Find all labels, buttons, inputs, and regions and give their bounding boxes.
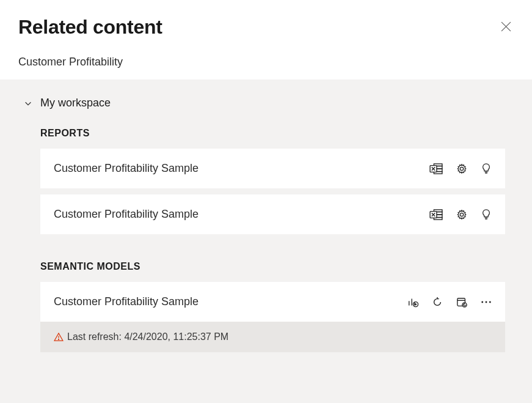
- panel-subtitle: Customer Profitability: [18, 56, 514, 68]
- content-area: My workspace REPORTS Customer Profitabil…: [0, 79, 532, 403]
- svg-point-33: [489, 301, 491, 303]
- svg-point-36: [58, 339, 59, 339]
- analyze-in-excel-button[interactable]: [429, 163, 443, 174]
- insights-button[interactable]: [481, 209, 492, 220]
- svg-point-32: [486, 301, 487, 303]
- report-item[interactable]: Customer Profitability Sample: [40, 149, 505, 188]
- ellipsis-icon: [481, 297, 492, 308]
- reports-section: REPORTS Customer Profitability Sample: [18, 128, 520, 234]
- svg-point-9: [460, 167, 463, 170]
- report-item-name: Customer Profitability Sample: [54, 208, 199, 221]
- report-item-name: Customer Profitability Sample: [54, 162, 199, 175]
- settings-button[interactable]: [456, 209, 467, 220]
- calendar-refresh-icon: [456, 297, 467, 308]
- close-icon: [501, 21, 511, 32]
- settings-button[interactable]: [456, 163, 467, 174]
- lightbulb-icon: [481, 209, 492, 220]
- reports-items: Customer Profitability Sample: [18, 149, 520, 234]
- panel-header: Related content Customer Profitability: [0, 0, 532, 79]
- refresh-icon: [432, 297, 443, 308]
- svg-point-19: [460, 213, 463, 216]
- chevron-down-icon: [23, 98, 33, 108]
- gear-icon: [456, 209, 467, 220]
- schedule-refresh-button[interactable]: [456, 297, 467, 308]
- workspace-label: My workspace: [40, 97, 111, 109]
- semantic-models-heading: SEMANTIC MODELS: [18, 261, 520, 272]
- semantic-model-item-actions: [407, 297, 492, 308]
- report-item[interactable]: Customer Profitability Sample: [40, 194, 505, 234]
- last-refresh-row: Last refresh: 4/24/2020, 11:25:37 PM: [40, 322, 505, 352]
- report-item-actions: [429, 163, 492, 174]
- close-button[interactable]: [498, 18, 514, 34]
- semantic-models-items: Customer Profitability Sample: [18, 282, 520, 352]
- gear-icon: [456, 163, 467, 174]
- last-refresh-text: Last refresh: 4/24/2020, 11:25:37 PM: [67, 331, 228, 342]
- semantic-models-section: SEMANTIC MODELS Customer Profitability S…: [18, 261, 520, 352]
- warning-icon: [54, 333, 64, 341]
- lightbulb-icon: [481, 163, 492, 174]
- reports-heading: REPORTS: [18, 128, 520, 139]
- workspace-toggle[interactable]: My workspace: [18, 97, 520, 109]
- svg-point-31: [481, 301, 483, 303]
- panel-title: Related content: [18, 16, 514, 39]
- create-report-button[interactable]: [407, 297, 418, 308]
- insights-button[interactable]: [481, 163, 492, 174]
- semantic-model-item-name: Customer Profitability Sample: [54, 295, 199, 308]
- semantic-model-item[interactable]: Customer Profitability Sample: [40, 282, 505, 322]
- related-content-panel: Related content Customer Profitability M…: [0, 0, 532, 403]
- analyze-in-excel-button[interactable]: [429, 209, 443, 220]
- refresh-button[interactable]: [432, 297, 443, 308]
- report-item-actions: [429, 209, 492, 220]
- more-options-button[interactable]: [481, 297, 492, 308]
- report-plus-icon: [407, 297, 418, 308]
